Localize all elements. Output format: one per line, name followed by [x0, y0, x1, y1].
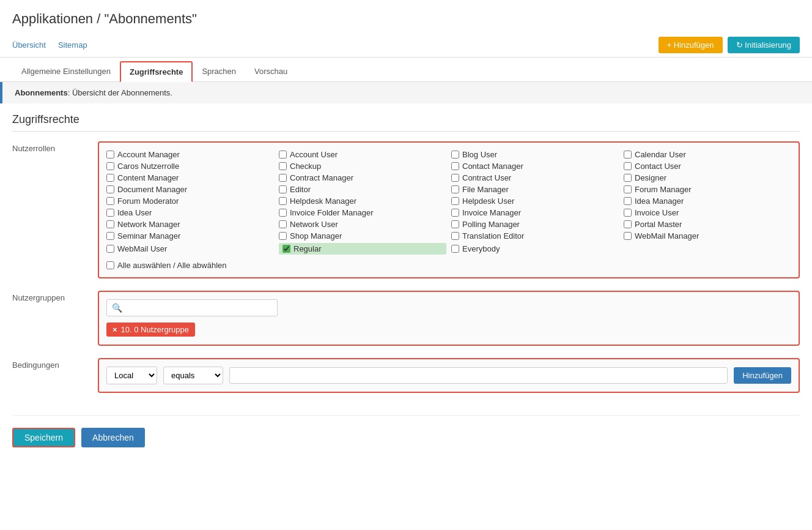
role-label-document_manager[interactable]: Document Manager [117, 185, 187, 194]
role-label-checkup[interactable]: Checkup [290, 162, 321, 171]
role-checkbox-invoice_manager[interactable] [451, 209, 459, 217]
role-label-contract_user[interactable]: Contract User [462, 173, 511, 182]
role-checkbox-helpdesk_user[interactable] [451, 197, 459, 205]
role-checkbox-account_manager[interactable] [106, 151, 114, 159]
role-checkbox-invoice_user[interactable] [624, 209, 632, 217]
role-label-content_manager[interactable]: Content Manager [117, 173, 179, 182]
cancel-button[interactable]: Abbrechen [81, 428, 145, 447]
role-item-contract_manager: Contract Manager [279, 173, 446, 182]
role-checkbox-forum_manager[interactable] [624, 185, 632, 193]
role-label-idea_user[interactable]: Idea User [117, 208, 152, 217]
role-item-forum_moderator: Forum Moderator [106, 196, 274, 206]
role-label-account_manager[interactable]: Account Manager [117, 150, 180, 159]
role-label-helpdesk_user[interactable]: Helpdesk User [462, 196, 514, 206]
role-label-contact_manager[interactable]: Contact Manager [462, 162, 523, 171]
roles-box: Account ManagerAccount UserBlog UserCale… [98, 141, 800, 278]
role-label-designer[interactable]: Designer [635, 173, 666, 182]
tab-allgemeine[interactable]: Allgemeine Einstellungen [12, 61, 120, 82]
role-label-contract_manager[interactable]: Contract Manager [290, 173, 353, 182]
role-item-account_user: Account User [279, 150, 446, 159]
role-item-webmail_user: WebMail User [106, 243, 274, 255]
role-checkbox-network_user[interactable] [279, 220, 287, 228]
role-item-regular: Regular [279, 243, 446, 255]
role-label-file_manager[interactable]: File Manager [462, 185, 509, 194]
role-checkbox-caros_nutzerrolle[interactable] [106, 162, 114, 170]
role-checkbox-network_manager[interactable] [106, 220, 114, 228]
role-item-everybody: Everybody [451, 243, 619, 255]
role-checkbox-idea_user[interactable] [106, 209, 114, 217]
role-checkbox-calendar_user[interactable] [624, 151, 632, 159]
role-label-seminar_manager[interactable]: Seminar Manager [117, 231, 180, 241]
section-title: Zugriffsrechte [12, 113, 800, 132]
role-checkbox-file_manager[interactable] [451, 185, 459, 193]
role-label-forum_moderator[interactable]: Forum Moderator [117, 196, 179, 206]
init-button[interactable]: ↻ Initialisierung [728, 37, 800, 53]
role-checkbox-idea_manager[interactable] [624, 197, 632, 205]
role-checkbox-regular[interactable] [282, 245, 290, 253]
role-label-shop_manager[interactable]: Shop Manager [290, 231, 342, 241]
role-label-webmail_manager[interactable]: WebMail Manager [635, 231, 699, 241]
role-checkbox-content_manager[interactable] [106, 174, 114, 182]
role-label-everybody[interactable]: Everybody [462, 244, 500, 253]
role-checkbox-invoice_folder_manager[interactable] [279, 209, 287, 217]
role-label-portal_master[interactable]: Portal Master [635, 220, 682, 229]
role-label-polling_manager[interactable]: Polling Manager [462, 220, 520, 229]
role-checkbox-designer[interactable] [624, 174, 632, 182]
role-checkbox-translation_editor[interactable] [451, 232, 459, 240]
role-checkbox-everybody[interactable] [451, 245, 459, 253]
tab-vorschau[interactable]: Vorschau [245, 61, 297, 82]
role-checkbox-checkup[interactable] [279, 162, 287, 170]
role-label-account_user[interactable]: Account User [290, 150, 338, 159]
role-item-webmail_manager: WebMail Manager [624, 231, 791, 241]
role-checkbox-contract_user[interactable] [451, 174, 459, 182]
nav-sitemap[interactable]: Sitemap [58, 40, 87, 50]
role-checkbox-shop_manager[interactable] [279, 232, 287, 240]
tab-zugriffsrechte[interactable]: Zugriffsrechte [120, 61, 193, 82]
conditions-add-button[interactable]: Hinzufügen [734, 367, 791, 384]
role-label-invoice_user[interactable]: Invoice User [635, 208, 679, 217]
role-checkbox-editor[interactable] [279, 185, 287, 193]
role-label-invoice_manager[interactable]: Invoice Manager [462, 208, 521, 217]
roles-grid: Account ManagerAccount UserBlog UserCale… [106, 150, 791, 255]
role-checkbox-polling_manager[interactable] [451, 220, 459, 228]
role-checkbox-portal_master[interactable] [624, 220, 632, 228]
role-label-editor[interactable]: Editor [290, 185, 311, 194]
role-checkbox-contact_manager[interactable] [451, 162, 459, 170]
groups-search-input[interactable] [125, 304, 272, 313]
operator-select[interactable]: equals not equals contains [163, 367, 223, 384]
role-checkbox-account_user[interactable] [279, 151, 287, 159]
role-label-calendar_user[interactable]: Calendar User [635, 150, 686, 159]
save-button[interactable]: Speichern [12, 428, 75, 447]
tab-sprachen[interactable]: Sprachen [193, 61, 245, 82]
add-button[interactable]: + Hinzufügen [659, 37, 723, 53]
role-label-network_manager[interactable]: Network Manager [117, 220, 180, 229]
group-tag-remove[interactable]: × [113, 325, 117, 334]
nav-ubersicht[interactable]: Übersicht [12, 40, 46, 50]
role-checkbox-document_manager[interactable] [106, 185, 114, 193]
condition-value-input[interactable] [229, 367, 728, 384]
role-checkbox-helpdesk_manager[interactable] [279, 197, 287, 205]
condition-select[interactable]: Local Global Custom [106, 367, 157, 384]
role-checkbox-contract_manager[interactable] [279, 174, 287, 182]
role-label-regular[interactable]: Regular [293, 244, 322, 253]
role-label-forum_manager[interactable]: Forum Manager [635, 185, 691, 194]
role-label-helpdesk_manager[interactable]: Helpdesk Manager [290, 196, 356, 206]
role-label-caros_nutzerrolle[interactable]: Caros Nutzerrolle [117, 162, 179, 171]
role-label-network_user[interactable]: Network User [290, 220, 338, 229]
role-label-contact_user[interactable]: Contact User [635, 162, 681, 171]
role-checkbox-webmail_manager[interactable] [624, 232, 632, 240]
role-label-invoice_folder_manager[interactable]: Invoice Folder Manager [290, 208, 374, 217]
role-checkbox-forum_moderator[interactable] [106, 197, 114, 205]
role-checkbox-blog_user[interactable] [451, 151, 459, 159]
role-label-blog_user[interactable]: Blog User [462, 150, 497, 159]
select-all-label[interactable]: Alle auswählen / Alle abwählen [106, 261, 791, 270]
role-checkbox-webmail_user[interactable] [106, 245, 114, 253]
role-label-webmail_user[interactable]: WebMail User [117, 244, 167, 253]
group-tag: × 10. 0 Nutzergruppe [106, 323, 195, 337]
role-checkbox-contact_user[interactable] [624, 162, 632, 170]
nutzergruppen-content: 🔍 × 10. 0 Nutzergruppe [98, 291, 800, 346]
role-label-idea_manager[interactable]: Idea Manager [635, 196, 684, 206]
role-label-translation_editor[interactable]: Translation Editor [462, 231, 524, 241]
select-all-checkbox[interactable] [106, 261, 114, 269]
role-checkbox-seminar_manager[interactable] [106, 232, 114, 240]
